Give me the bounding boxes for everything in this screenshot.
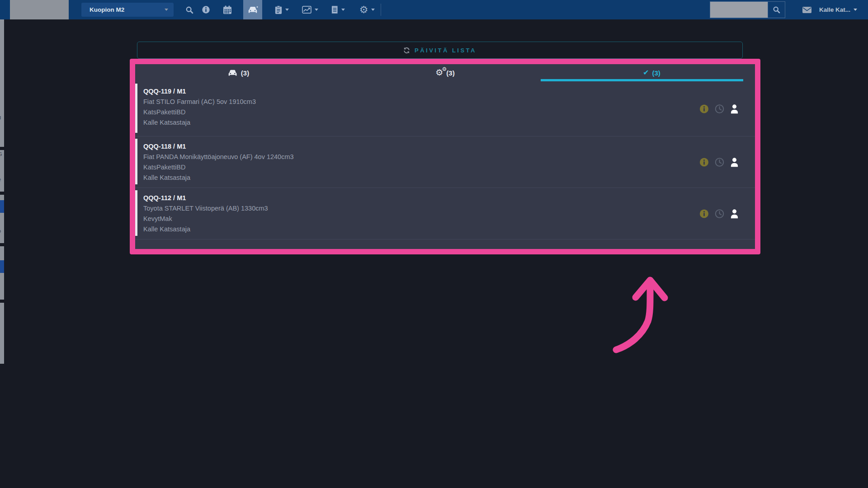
search-icon <box>773 6 780 14</box>
info-icon[interactable] <box>699 104 709 113</box>
calendar-nav-button[interactable] <box>217 0 238 19</box>
info-icon[interactable] <box>699 157 709 167</box>
refresh-list-label: PÄIVITÄ LISTA <box>415 47 476 54</box>
chevron-down-icon <box>371 9 375 11</box>
person-icon[interactable] <box>730 104 739 113</box>
info-nav-button[interactable] <box>198 0 214 19</box>
mail-icon <box>802 7 811 13</box>
clock-icon[interactable] <box>715 157 724 167</box>
refresh-list-button[interactable]: PÄIVITÄ LISTA <box>137 42 743 59</box>
clock-icon[interactable] <box>715 104 724 113</box>
tab-in-progress[interactable]: ⚙ ⚙ (3) <box>342 64 548 81</box>
chevron-down-icon <box>854 9 857 11</box>
registration-plate: QQQ-112 / M1 <box>143 193 755 203</box>
check-icon: ✔ <box>643 69 649 76</box>
car-icon <box>228 69 238 77</box>
messages-button[interactable] <box>797 0 817 19</box>
chevron-down-icon <box>165 9 168 11</box>
clock-icon[interactable] <box>715 209 724 218</box>
registration-plate: QQQ-118 / M1 <box>143 141 755 152</box>
calendar-icon <box>223 5 232 14</box>
clipboard-icon <box>275 5 282 14</box>
gear-icon: ⚙ <box>359 5 368 15</box>
cutoff-left-panel: g G e o <box>0 19 4 364</box>
person-icon[interactable] <box>730 209 739 218</box>
top-navigation-bar: Kuopion M2 <box>0 0 868 19</box>
chevron-down-icon <box>341 9 345 11</box>
row-status-bar <box>135 190 137 236</box>
inspector-name: Kalle Katsastaja <box>143 117 755 128</box>
inspector-name: Kalle Katsastaja <box>143 173 755 183</box>
gears-icon: ⚙ ⚙ <box>435 68 443 77</box>
row-status-bar <box>135 84 137 133</box>
vehicle-row[interactable]: QQQ-118 / M1 Fiat PANDA Monikäyttöajoneu… <box>135 136 755 188</box>
cutoff-blue-button <box>0 200 4 213</box>
chevron-down-icon <box>315 9 318 11</box>
list-tabs: (3) ⚙ ⚙ (3) ✔ (3) <box>135 64 755 81</box>
vehicle-description: Fiat PANDA Monikäyttöajoneuvo (AF) 4ov 1… <box>143 152 755 162</box>
vehicle-row[interactable]: QQQ-112 / M1 Toyota STARLET Viistoperä (… <box>135 188 755 239</box>
refresh-icon <box>403 47 410 54</box>
settings-nav-button[interactable]: ⚙ <box>355 0 379 19</box>
registration-plate: QQQ-119 / M1 <box>143 86 755 97</box>
vehicles-nav-button[interactable] <box>243 0 262 19</box>
inspector-name: Kalle Katsastaja <box>143 224 755 235</box>
car-icon <box>248 6 258 14</box>
search-icon <box>185 6 193 14</box>
vehicle-list: QQQ-119 / M1 Fiat STILO Farmari (AC) 5ov… <box>135 81 755 239</box>
user-menu-label: Kalle Kat... <box>819 6 850 13</box>
app-logo <box>10 0 69 19</box>
search-input[interactable] <box>710 2 768 18</box>
topbar-divider <box>381 4 381 16</box>
reports-nav-button[interactable] <box>297 0 323 19</box>
global-search-widget <box>710 1 785 18</box>
info-icon[interactable] <box>699 209 709 218</box>
tab-count: (3) <box>446 69 454 77</box>
person-icon[interactable] <box>730 157 739 167</box>
vehicle-description: Toyota STARLET Viistoperä (AB) 1330cm3 <box>143 203 755 214</box>
search-submit-button[interactable] <box>768 2 785 18</box>
inspection-list-panel: (3) ⚙ ⚙ (3) ✔ (3) QQQ-119 / M1 Fiat STIL… <box>130 59 760 254</box>
inspection-package: KevytMak <box>143 214 755 224</box>
search-nav-button[interactable] <box>181 0 198 19</box>
tab-count: (3) <box>241 69 249 77</box>
inspection-package: KatsPakettiBD <box>143 107 755 117</box>
chevron-down-icon <box>285 9 289 11</box>
worklist-nav-button[interactable] <box>270 0 293 19</box>
vehicle-description: Fiat STILO Farmari (AC) 5ov 1910cm3 <box>143 97 755 107</box>
chart-icon <box>302 6 311 14</box>
invoices-nav-button[interactable] <box>326 0 350 19</box>
tab-vehicles[interactable]: (3) <box>135 64 342 81</box>
row-status-bar <box>135 139 137 184</box>
annotation-arrow-up <box>607 274 670 360</box>
location-dropdown[interactable]: Kuopion M2 <box>81 3 174 17</box>
info-icon <box>202 5 210 14</box>
tab-count: (3) <box>652 69 660 77</box>
vehicle-row[interactable]: QQQ-119 / M1 Fiat STILO Farmari (AC) 5ov… <box>135 81 755 136</box>
location-dropdown-value: Kuopion M2 <box>90 6 165 13</box>
cutoff-blue-button <box>0 260 4 273</box>
user-menu[interactable]: Kalle Kat... <box>819 0 857 19</box>
inspection-package: KatsPakettiBD <box>143 162 755 173</box>
receipt-icon <box>331 5 338 14</box>
